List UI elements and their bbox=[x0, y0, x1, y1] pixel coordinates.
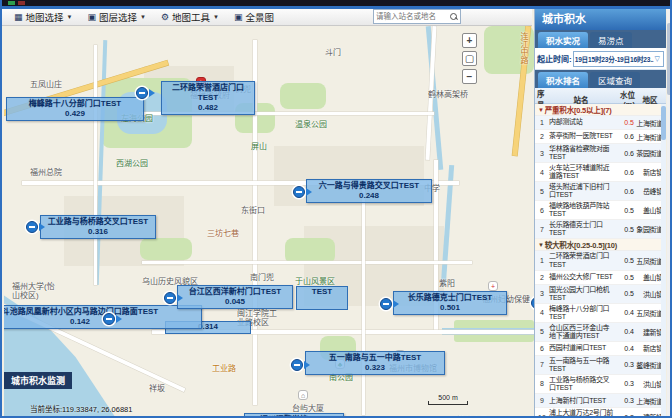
search-input[interactable] bbox=[374, 12, 449, 21]
table-row[interactable]: 5仓山区西三环金山寺地下通道内TEST0.4建新镇 bbox=[535, 323, 666, 342]
table-row[interactable]: 5塔头附近浦下旧村门口TEST0.6岳峰镇 bbox=[535, 182, 666, 201]
time-range-select[interactable]: 19日15时23分-19日16时23.. ▽ bbox=[573, 51, 664, 67]
cell-no: 2 bbox=[535, 274, 549, 281]
tab-water-live[interactable]: 积水实况 bbox=[538, 32, 588, 48]
window-scrollbar-thumb[interactable] bbox=[667, 23, 672, 95]
layer-select-button[interactable]: ▣ 图层选择 ▼ bbox=[84, 9, 148, 25]
cell-level: 0.6 bbox=[613, 169, 635, 176]
pin-tail bbox=[306, 188, 312, 196]
table-row[interactable]: 4火车站三环辅道附近道路TEST0.6新店镇 bbox=[535, 163, 666, 182]
cell-station: 二环路荣誉酒店门口TEST bbox=[549, 251, 613, 269]
map-scale-label: 500 m bbox=[428, 394, 468, 401]
station-pin-icon[interactable] bbox=[293, 186, 305, 198]
table-row[interactable]: 7长乐路德克士门口TEST0.5象园街道 bbox=[535, 220, 666, 239]
park-area bbox=[140, 238, 192, 260]
window-scrollbar[interactable] bbox=[667, 9, 672, 416]
layer-select-label: 图层选择 bbox=[99, 10, 137, 24]
map-select-button[interactable]: ▦ 地图选择 ▼ bbox=[11, 9, 75, 25]
table-row[interactable]: 3华林路省检察院对面TEST0.6茶园街道 bbox=[535, 144, 666, 163]
cell-station: 西园村道闸口TEST bbox=[549, 343, 613, 353]
table-row[interactable]: 1二环路荣誉酒店门口TEST0.5五凤街道 bbox=[535, 251, 666, 270]
station-marker-name: 五一南路与五一中路TEST bbox=[308, 353, 442, 363]
station-marker-value: 0.248 bbox=[309, 191, 429, 201]
station-marker-name: 工业路与杨桥路交叉口TEST bbox=[43, 217, 153, 227]
group-header[interactable]: ▼严重积水[0.5以上](7) bbox=[535, 104, 666, 116]
station-marker-label[interactable]: 福州闽警学校TEST0.235 bbox=[244, 413, 344, 416]
map-poi-label: 于山风景区 bbox=[295, 275, 335, 286]
station-pin-icon[interactable] bbox=[164, 292, 176, 304]
cell-no: 3 bbox=[535, 290, 549, 297]
cell-level: 0.4 bbox=[613, 309, 635, 316]
pin-tail bbox=[149, 89, 155, 97]
cell-station: 福峡路地铁葫芦阵站TEST bbox=[549, 201, 613, 219]
map-scale-bar bbox=[428, 401, 468, 405]
layer-select-icon: ▣ bbox=[87, 12, 96, 22]
map-scale: 500 m bbox=[428, 394, 468, 405]
cell-no: 9 bbox=[535, 397, 549, 404]
zoom-out-button[interactable]: − bbox=[462, 69, 477, 84]
marker-label-fragment[interactable]: TEST bbox=[296, 286, 348, 310]
table-row[interactable]: 1内部测试站0.5上海街道 bbox=[535, 116, 666, 130]
table-row[interactable]: 9上海新村门口TEST0.3上海街道 bbox=[535, 394, 666, 408]
road bbox=[142, 261, 472, 264]
station-pin-icon[interactable] bbox=[380, 298, 392, 310]
panel-title: 城市积水 bbox=[535, 9, 666, 30]
table-row[interactable]: 10浦上大道万达2号门前TEST0.3建新镇 bbox=[535, 408, 666, 416]
table-row[interactable]: 2福州公交大修厂TEST0.5盖山镇 bbox=[535, 271, 666, 285]
map-tools-button[interactable]: ⚙ 地图工具 ▼ bbox=[158, 9, 222, 25]
station-marker-value: 0.045 bbox=[180, 297, 290, 307]
search-box[interactable] bbox=[373, 9, 461, 24]
station-marker-name: 六一路与得贵路交叉口TEST bbox=[309, 181, 429, 191]
table-row[interactable]: 4梅峰路十八分部门口TEST0.4五凤街道 bbox=[535, 304, 666, 323]
search-icon[interactable] bbox=[449, 12, 458, 21]
station-marker-label[interactable]: 梅峰路十八分部门口TEST0.429 bbox=[6, 97, 144, 121]
cell-level: 0.5 bbox=[613, 257, 635, 264]
station-pin-icon[interactable] bbox=[291, 359, 303, 371]
station-marker-label[interactable]: 六一路与得贵路交叉口TEST0.248 bbox=[306, 179, 432, 203]
collapse-arrow-icon: ▼ bbox=[538, 107, 544, 113]
station-marker-label[interactable]: 二环路荣誉酒店门口TEST0.482 bbox=[161, 81, 255, 115]
table-row[interactable]: 2茶亭街附一医院TEST0.6上海街道 bbox=[535, 130, 666, 144]
map-select-icon: ▦ bbox=[14, 12, 23, 22]
table-row[interactable]: 6福峡路地铁葫芦阵站TEST0.5盖山镇 bbox=[535, 201, 666, 220]
station-marker-label[interactable]: 台江区西洋新村门口TEST0.045 bbox=[177, 285, 293, 309]
map-tools-label: 地图工具 bbox=[172, 10, 210, 24]
cell-station: 梅峰路十八分部门口TEST bbox=[549, 304, 613, 322]
fullscreen-button[interactable]: ▢ bbox=[462, 51, 477, 66]
tab-water-ranking[interactable]: 积水排名 bbox=[538, 72, 588, 88]
station-marker-label[interactable]: 五一南路与五一中路TEST0.323 bbox=[305, 351, 445, 375]
cell-station: 上海新村门口TEST bbox=[549, 396, 613, 406]
map-poi-label: 工业路 bbox=[212, 362, 236, 373]
panel-scrollbar[interactable] bbox=[661, 104, 666, 416]
time-range-value: 19日15时23分-19日16时23.. bbox=[575, 54, 654, 64]
panorama-button[interactable]: ▣ 全景图 bbox=[231, 9, 277, 25]
station-marker-label[interactable]: 工业路与杨桥路交叉口TEST0.316 bbox=[40, 215, 156, 239]
station-pin-icon[interactable] bbox=[103, 313, 115, 325]
cell-station: 内部测试站 bbox=[549, 117, 613, 127]
cell-station: 国光公园大门口枪机TEST bbox=[549, 285, 613, 303]
table-row[interactable]: 7五一南路与五一中路TEST0.3鳌峰街道 bbox=[535, 356, 666, 375]
map-poi-label: 紫阳 bbox=[439, 277, 455, 288]
group-header[interactable]: ▼较大积水[0.25-0.5](10) bbox=[535, 239, 666, 251]
cell-no: 6 bbox=[535, 207, 549, 214]
table-header: 序号 站名 水位(m) 地区 bbox=[535, 88, 666, 104]
panel-scrollbar-thumb[interactable] bbox=[661, 106, 666, 140]
zoom-in-button[interactable]: + bbox=[462, 33, 477, 48]
table-row[interactable]: 8工业路与杨桥路交叉口TEST0.3洪山镇 bbox=[535, 375, 666, 394]
pin-tail bbox=[393, 300, 399, 308]
station-pin-icon[interactable] bbox=[136, 87, 148, 99]
station-pin-icon[interactable] bbox=[26, 221, 38, 233]
map-canvas[interactable]: 五凤山庄树兜斗门鹤林高架桥连江中路左海公园西湖公园温泉公园屏山★福建省政府福州总… bbox=[4, 26, 534, 416]
pin-bar bbox=[106, 318, 112, 320]
favicon bbox=[8, 1, 15, 5]
tab-flood-points[interactable]: 易涝点 bbox=[590, 32, 632, 48]
tab-region-query[interactable]: 区域查询 bbox=[590, 72, 640, 88]
table-row[interactable]: 6西园村道闸口TEST0.4新店镇 bbox=[535, 342, 666, 356]
station-marker-label[interactable]: 长乐路德克士门口TEST0.501 bbox=[393, 291, 507, 315]
panel-tabs-top: 积水实况 易涝点 bbox=[535, 30, 666, 48]
cell-no: 5 bbox=[535, 328, 549, 335]
table-row[interactable]: 3国光公园大门口枪机TEST0.5洪山镇 bbox=[535, 285, 666, 304]
map-tools-icon: ⚙ bbox=[161, 12, 169, 22]
cell-no: 4 bbox=[535, 169, 549, 176]
cell-level: 0.3 bbox=[613, 397, 635, 404]
